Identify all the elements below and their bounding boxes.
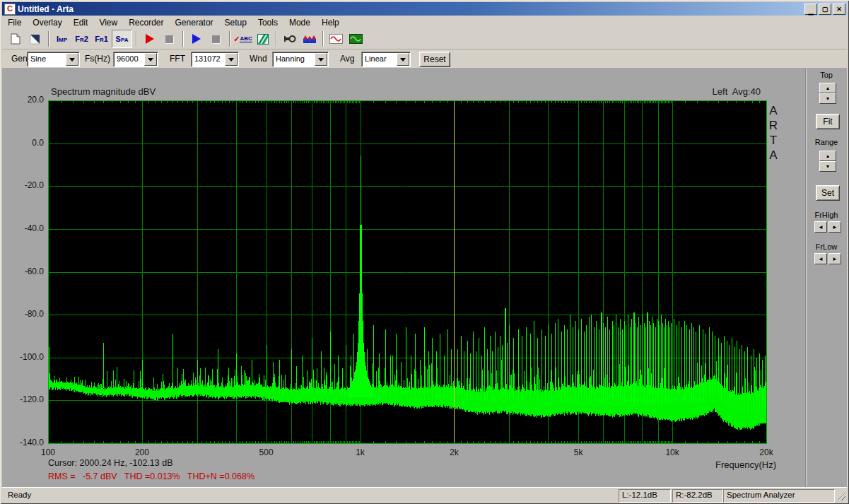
generator-stop-icon <box>212 35 220 43</box>
sample-rate-select[interactable]: 96000 <box>113 52 158 67</box>
generator-start-button[interactable] <box>187 30 206 47</box>
range-down-button[interactable]: ▼ <box>819 161 836 172</box>
reset-button[interactable]: Reset <box>419 52 450 67</box>
channel-average-info: Left Avg:40 <box>679 86 761 97</box>
resize-grip[interactable] <box>836 491 845 500</box>
y-tick-label: -140.0 <box>3 438 44 447</box>
menu-recorder[interactable]: Recorder <box>123 16 169 29</box>
x-tick-label: 100 <box>27 447 69 457</box>
overlay-button[interactable] <box>25 30 45 47</box>
green-chart-icon <box>257 34 269 45</box>
x-tick-label: 200 <box>121 447 163 457</box>
y-tick-label: -120.0 <box>3 394 44 404</box>
top-down-button[interactable]: ▼ <box>819 93 836 104</box>
reset-button-label: Reset <box>423 54 445 64</box>
averaging-dropdown-button[interactable] <box>397 53 409 66</box>
calibrate-abc-icon: ✓ABC <box>233 35 252 42</box>
right-level-indicator: R:-82.2dB <box>672 489 723 503</box>
generator-type-select[interactable]: Sine <box>27 52 80 67</box>
chevron-down-icon <box>228 58 234 64</box>
frlow-right-button[interactable]: ► <box>828 253 841 264</box>
sample-rate-dropdown-button[interactable] <box>144 53 157 66</box>
generator-stop-button[interactable] <box>206 30 226 47</box>
fs-label: Fs(Hz) <box>85 54 110 64</box>
y-tick-label: 20.0 <box>3 95 44 105</box>
window-title: Untitled - Arta <box>18 4 74 14</box>
record-stop-button[interactable] <box>160 30 179 47</box>
fr1-mode-button[interactable]: Fr1 <box>92 30 111 47</box>
toolbar-separator <box>276 31 277 47</box>
impulse-mode-button[interactable]: Imp <box>52 30 71 47</box>
menu-setup[interactable]: Setup <box>219 16 252 29</box>
watermark-letter: A <box>768 103 779 118</box>
window-function-select[interactable]: Hanning <box>272 52 329 67</box>
signal-levels-button[interactable] <box>300 30 319 47</box>
menu-tools[interactable]: Tools <box>252 16 283 29</box>
title-bar[interactable]: C Untitled - Arta ▁ ▢ ✕ <box>2 2 847 16</box>
fft-size-dropdown-button[interactable] <box>225 53 238 66</box>
chevron-down-icon <box>69 58 75 64</box>
red-blue-wave-icon <box>303 35 316 44</box>
fit-button[interactable]: Fit <box>816 114 840 129</box>
menu-mode[interactable]: Mode <box>283 16 316 29</box>
minimize-button[interactable]: ▁ <box>804 4 817 15</box>
close-button[interactable]: ✕ <box>833 4 845 15</box>
spectrum-plot[interactable] <box>48 100 767 444</box>
menu-view[interactable]: View <box>93 16 123 29</box>
generator-type-dropdown-button[interactable] <box>66 53 78 66</box>
window-function-dropdown-button[interactable] <box>315 53 327 66</box>
x-axis-label: Frequency(Hz) <box>677 459 776 470</box>
toolbar-separator <box>48 31 49 47</box>
calibrate-button[interactable]: ✓ABC <box>233 30 252 47</box>
window-function-value: Hanning <box>276 54 305 63</box>
x-tick-label: 20k <box>745 447 787 457</box>
fr2-mode-label: Fr2 <box>75 35 88 43</box>
microphone-setup-button[interactable] <box>280 30 299 47</box>
averaging-select[interactable]: Linear <box>361 52 411 67</box>
x-tick-label: 2k <box>433 447 475 457</box>
y-tick-label: -100.0 <box>3 352 44 362</box>
analysis-window-button[interactable] <box>253 30 272 47</box>
averaging-value: Linear <box>365 54 387 63</box>
record-start-button[interactable] <box>140 30 159 47</box>
fft-label: FFT <box>170 54 185 64</box>
cursor-readout: Cursor: 2000.24 Hz, -102.13 dB <box>48 458 173 468</box>
frlow-left-button[interactable]: ◄ <box>814 253 827 264</box>
maximize-button[interactable]: ▢ <box>819 4 831 15</box>
fr2-mode-button[interactable]: Fr2 <box>72 30 91 47</box>
toolbar-separator <box>322 31 324 47</box>
frhigh-right-button[interactable]: ► <box>828 221 841 233</box>
set-button[interactable]: Set <box>816 185 840 201</box>
menu-edit[interactable]: Edit <box>68 16 94 29</box>
app-icon[interactable]: C <box>4 4 16 15</box>
generator-play-icon <box>192 34 201 44</box>
thd-vs-ampl-button[interactable] <box>346 30 365 47</box>
menu-generator[interactable]: Generator <box>170 16 219 29</box>
fft-size-select[interactable]: 131072 <box>191 52 239 67</box>
top-up-button[interactable]: ▲ <box>819 83 836 93</box>
range-up-button[interactable]: ▲ <box>819 151 836 161</box>
generator-type-value: Sine <box>30 54 46 63</box>
spa-mode-button[interactable]: Spa <box>112 30 132 48</box>
arta-window: C Untitled - Arta ▁ ▢ ✕ FileOverlayEditV… <box>0 0 849 504</box>
frhigh-left-button[interactable]: ◄ <box>814 221 827 233</box>
x-tick-label: 10k <box>651 447 693 457</box>
thd-vs-freq-button[interactable] <box>327 30 346 47</box>
toolbar: Imp Fr2 Fr1 Spa ✓ABC <box>2 29 847 49</box>
watermark-letter: R <box>768 118 779 133</box>
menu-help[interactable]: Help <box>316 16 345 29</box>
watermark-letter: A <box>768 148 779 163</box>
record-stop-icon <box>165 35 173 43</box>
arta-watermark: ARTA <box>768 103 779 163</box>
y-tick-label: 0.0 <box>3 138 44 148</box>
menu-overlay[interactable]: Overlay <box>27 16 67 29</box>
y-tick-label: -40.0 <box>3 223 44 233</box>
new-document-icon <box>11 33 21 45</box>
fit-button-label: Fit <box>823 117 832 127</box>
menu-file[interactable]: File <box>2 16 27 29</box>
top-label: Top <box>807 71 846 79</box>
frhigh-label: FrHigh <box>807 211 846 219</box>
controls-bar: Gen Sine Fs(Hz) 96000 FFT 131072 Wnd Han… <box>2 49 847 68</box>
overlay-icon <box>30 34 40 45</box>
new-file-button[interactable] <box>6 30 25 47</box>
